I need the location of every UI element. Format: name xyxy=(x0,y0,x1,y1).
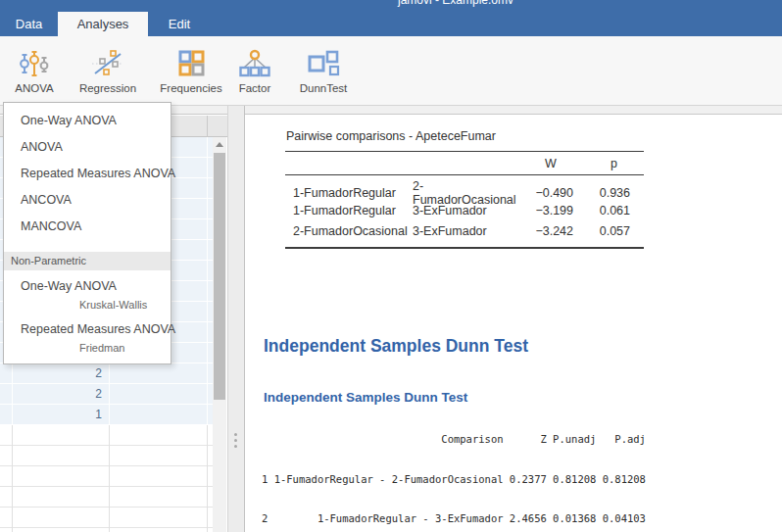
cell: 0.061 xyxy=(584,204,644,218)
table-header: W p xyxy=(285,151,644,175)
dunntest-icon xyxy=(307,48,340,79)
anova-icon xyxy=(19,48,50,79)
gridline xyxy=(109,425,110,532)
window-title: jamovi - Example.omv xyxy=(398,0,513,7)
cell: −3.199 xyxy=(517,204,584,218)
cell: −3.242 xyxy=(517,224,584,238)
regression-button-label: Regression xyxy=(79,82,136,94)
results-panel: Pairwise comparisons - ApeteceFumar W p … xyxy=(245,116,782,532)
header-cell-p: p xyxy=(584,157,644,170)
splitter-grip-icon xyxy=(234,433,237,448)
menu-item-one-way-anova[interactable]: One-Way ANOVA xyxy=(4,108,171,134)
cell: 0.057 xyxy=(584,224,644,238)
cell: 3-ExFumador xyxy=(408,224,517,238)
menu-item-sublabel: Kruskal-Wallis xyxy=(21,298,171,312)
panel-splitter[interactable] xyxy=(227,106,245,532)
table-row: 1-FumadorRegular 3-ExFumador −3.199 0.06… xyxy=(285,200,644,220)
dunn-text-output[interactable]: Comparison Z P.unadj P.adj 1 1-FumadorRe… xyxy=(262,407,646,532)
frequencies-button[interactable]: Frequencies xyxy=(155,40,227,101)
dunn-test-subheading[interactable]: Independent Samples Dunn Test xyxy=(264,390,467,405)
dunntest-button[interactable]: DunnTest xyxy=(294,40,353,101)
column-divider xyxy=(207,116,208,137)
tab-data[interactable]: Data xyxy=(0,12,58,36)
tab-analyses[interactable]: Analyses xyxy=(58,12,148,36)
table-row: 2-FumadorOcasional 3-ExFumador −3.242 0.… xyxy=(285,220,644,241)
cell: 3-ExFumador xyxy=(408,204,517,218)
menu-item-label: Repeated Measures ANOVA xyxy=(21,317,171,341)
menu-item-repeated-measures-anova[interactable]: Repeated Measures ANOVA xyxy=(4,161,171,187)
table-body: 1-FumadorRegular 2-FumadorOcasional −0.4… xyxy=(285,175,644,249)
cell-value[interactable]: 2 xyxy=(12,363,102,384)
table-row: 1-FumadorRegular 2-FumadorOcasional −0.4… xyxy=(285,179,644,200)
gridline xyxy=(207,425,208,532)
factor-button-label: Factor xyxy=(239,82,271,94)
factor-button[interactable]: Factor xyxy=(231,40,278,101)
cell: 2-FumadorOcasional xyxy=(285,224,408,238)
dunn-test-heading[interactable]: Independent Samples Dunn Test xyxy=(264,336,528,357)
menu-section-non-parametric: Non-Parametric xyxy=(4,252,171,270)
cell: 1-FumadorRegular xyxy=(285,204,408,218)
anova-button-label: ANOVA xyxy=(15,82,53,94)
analyses-ribbon: ANOVA Regression Frequencies xyxy=(0,36,782,106)
window-titlebar: jamovi - Example.omv xyxy=(0,0,782,12)
regression-icon xyxy=(92,48,123,79)
cell: −0.490 xyxy=(517,186,584,200)
cell-value[interactable]: 1 xyxy=(12,405,102,425)
tab-edit[interactable]: Edit xyxy=(148,12,211,36)
menu-item-ancova[interactable]: ANCOVA xyxy=(4,187,171,214)
output-line: 1 1-FumadorRegular - 2-FumadorOcasional … xyxy=(262,473,646,487)
header-cell-w: W xyxy=(517,157,584,170)
dunntest-button-label: DunnTest xyxy=(300,82,348,94)
gridline xyxy=(12,425,13,532)
sheet-vertical-scrollbar[interactable] xyxy=(213,137,226,532)
menu-item-one-way-anova-kruskal-wallis[interactable]: One-Way ANOVA Kruskal-Wallis xyxy=(4,270,171,314)
pairwise-comparisons-table[interactable]: Pairwise comparisons - ApeteceFumar W p … xyxy=(285,125,644,249)
tab-bar: Data Analyses Edit xyxy=(0,12,782,36)
scrollbar-thumb[interactable] xyxy=(214,153,225,400)
anova-button[interactable]: ANOVA xyxy=(8,40,61,101)
frequencies-button-label: Frequencies xyxy=(160,82,221,94)
table-title: Pairwise comparisons - ApeteceFumar xyxy=(285,125,644,151)
menu-item-anova[interactable]: ANOVA xyxy=(4,134,171,161)
regression-button[interactable]: Regression xyxy=(76,40,139,101)
output-line: 2 1-FumadorRegular - 3-ExFumador 2.4656 … xyxy=(262,512,646,526)
menu-item-sublabel: Friedman xyxy=(21,341,171,355)
menu-item-mancova[interactable]: MANCOVA xyxy=(4,214,171,240)
scroll-up-icon xyxy=(216,142,223,147)
cell: 1-FumadorRegular xyxy=(285,186,408,200)
scroll-up-button[interactable] xyxy=(213,137,226,152)
menu-item-rm-anova-friedman[interactable]: Repeated Measures ANOVA Friedman xyxy=(4,314,171,357)
gridline xyxy=(207,137,208,425)
frequencies-icon xyxy=(175,48,207,79)
cell-value[interactable]: 2 xyxy=(12,384,102,405)
cell: 0.936 xyxy=(584,186,644,200)
menu-item-label: One-Way ANOVA xyxy=(21,274,171,298)
output-line: Comparison Z P.unadj P.adj xyxy=(262,433,646,447)
factor-icon xyxy=(239,48,270,79)
anova-dropdown-menu: One-Way ANOVA ANOVA Repeated Measures AN… xyxy=(3,102,171,364)
